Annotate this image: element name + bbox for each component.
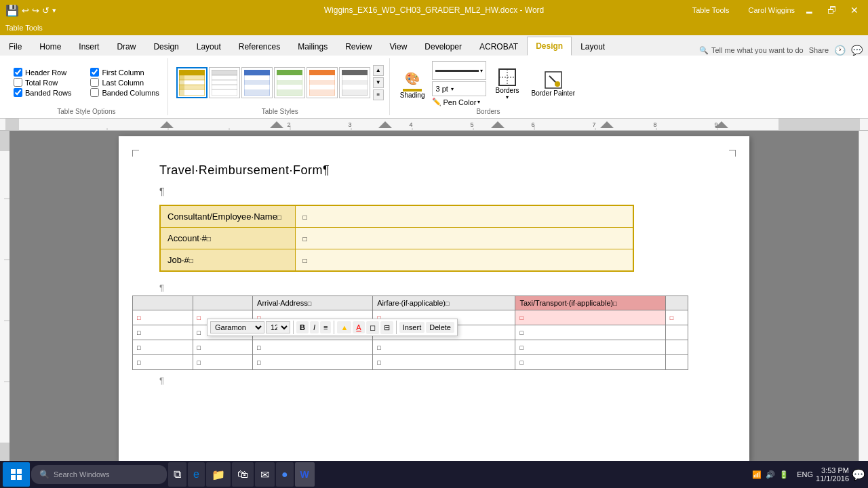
edge-btn[interactable]: e <box>188 462 205 487</box>
close-button[interactable]: ✕ <box>846 3 863 17</box>
search-input[interactable] <box>54 470 159 479</box>
taskview-btn[interactable]: ⧉ <box>168 462 186 487</box>
clock[interactable]: 3:53 PM 11/1/2016 <box>816 466 849 483</box>
style-more[interactable]: ≡ <box>373 89 384 100</box>
data-cell[interactable] <box>133 296 193 310</box>
customize-btn[interactable]: ▾ <box>52 6 56 15</box>
data-cell[interactable]: □ <box>665 310 688 325</box>
store-btn[interactable]: 🛍 <box>232 462 254 487</box>
network-icon[interactable]: 📶 <box>752 470 762 479</box>
shading-mini-button[interactable]: ◻ <box>366 321 379 334</box>
border-painter-button[interactable]: Border Painter <box>528 68 578 99</box>
shading-button[interactable]: 🎨 Shading <box>398 67 427 101</box>
banded-columns-option[interactable]: Banded Columns <box>90 88 159 97</box>
style-scroll-down[interactable]: ▼ <box>373 77 384 88</box>
font-size-selector[interactable]: 12 <box>266 321 290 333</box>
data-cell[interactable]: □ <box>253 340 373 355</box>
borders-button[interactable]: Borders ▾ <box>492 66 522 102</box>
italic-button[interactable]: I <box>310 321 319 333</box>
document-scroll[interactable]: Travel·Reimbursement·Form¶ ¶ Consultant/… <box>9 131 859 463</box>
data-cell[interactable]: □ <box>515 355 665 370</box>
tab-developer[interactable]: Developer <box>416 37 471 56</box>
history-icon[interactable]: 🕐 <box>834 45 846 56</box>
first-column-checkbox[interactable] <box>90 68 99 77</box>
font-selector[interactable]: Garamon <box>210 321 264 333</box>
font-color-button[interactable]: A <box>353 321 364 333</box>
autosave-btn[interactable]: ↺ <box>42 5 50 16</box>
header-airfare[interactable]: Airfare·(if·applicable)□ <box>373 296 515 310</box>
tab-review[interactable]: Review <box>336 37 380 56</box>
data-cell[interactable]: □ <box>373 355 515 370</box>
start-button[interactable] <box>3 462 30 487</box>
minimize-button[interactable]: 🗕 <box>800 3 818 17</box>
restore-button[interactable]: 🗗 <box>823 3 841 17</box>
data-cell[interactable] <box>665 325 688 340</box>
mail-btn[interactable]: ✉ <box>255 462 275 487</box>
pt-selector[interactable]: 3 pt ▾ <box>432 81 486 96</box>
comments-icon[interactable]: 💬 <box>851 45 863 56</box>
data-cell[interactable]: □ <box>253 355 373 370</box>
header-taxi[interactable]: Taxi/Transport·(if·applicable)□ <box>515 296 665 310</box>
data-cell[interactable] <box>665 355 688 370</box>
language-indicator[interactable]: ENG <box>797 470 813 479</box>
tab-mailings[interactable]: Mailings <box>289 37 336 56</box>
tab-insert[interactable]: Insert <box>70 37 108 56</box>
explorer-btn[interactable]: 📁 <box>206 462 231 487</box>
value-cell-job[interactable]: □ <box>296 249 633 272</box>
tell-me[interactable]: 🔍 Tell me what you want to do <box>699 46 804 55</box>
tab-layout[interactable]: Layout <box>188 37 230 56</box>
table-style-5[interactable] <box>307 67 338 98</box>
tab-draw[interactable]: Draw <box>108 37 144 56</box>
tab-references[interactable]: References <box>230 37 289 56</box>
chrome-btn[interactable]: ● <box>276 462 294 487</box>
banded-rows-option[interactable]: Banded Rows <box>14 88 82 97</box>
data-cell[interactable]: □ <box>133 325 193 340</box>
style-scroll-up[interactable]: ▲ <box>373 65 384 76</box>
highlight-button[interactable]: ▲ <box>337 321 351 333</box>
table-style-6[interactable] <box>339 67 370 98</box>
volume-icon[interactable]: 🔊 <box>766 470 775 479</box>
borders-mini-button[interactable]: ⊟ <box>380 321 393 334</box>
align-button[interactable]: ≡ <box>320 321 331 333</box>
document-heading[interactable]: Travel·Reimbursement·Form¶ <box>159 163 709 178</box>
first-column-option[interactable]: First Column <box>90 68 159 77</box>
data-cell[interactable]: □ <box>515 310 665 325</box>
total-row-option[interactable]: Total Row <box>14 78 82 87</box>
total-row-checkbox[interactable] <box>14 78 22 87</box>
share-btn[interactable]: Share <box>809 46 829 54</box>
data-cell[interactable] <box>665 296 688 310</box>
value-cell-name[interactable]: □ <box>296 205 633 228</box>
value-cell-account[interactable]: □ <box>296 228 633 249</box>
tab-design[interactable]: Design <box>144 37 187 56</box>
tab-table-design[interactable]: Design <box>527 37 572 56</box>
table-style-2[interactable] <box>209 67 240 98</box>
banded-columns-checkbox[interactable] <box>90 88 99 97</box>
label-cell-account[interactable]: Account·#□ <box>160 228 296 249</box>
tab-file[interactable]: File <box>0 37 31 56</box>
label-cell-name[interactable]: Consultant/Employee·Name□ <box>160 205 296 228</box>
tab-acrobat[interactable]: ACROBAT <box>471 37 527 56</box>
last-column-checkbox[interactable] <box>90 78 99 87</box>
data-cell[interactable]: □ <box>133 355 193 370</box>
last-column-option[interactable]: Last Column <box>90 78 159 87</box>
data-cell[interactable]: □ <box>373 340 515 355</box>
tab-home[interactable]: Home <box>31 37 70 56</box>
data-cell[interactable]: □ <box>193 340 253 355</box>
data-cell[interactable]: □ <box>193 355 253 370</box>
tab-table-layout[interactable]: Layout <box>572 37 614 56</box>
search-bar[interactable]: 🔍 <box>31 465 167 484</box>
header-arrival[interactable]: Arrival·Address□ <box>253 296 373 310</box>
action-center-icon[interactable]: 💬 <box>852 468 865 481</box>
data-cell[interactable] <box>665 340 688 355</box>
undo-btn[interactable]: ↩ <box>22 5 29 16</box>
delete-button[interactable]: Delete <box>426 322 454 333</box>
data-cell[interactable]: □ <box>515 340 665 355</box>
redo-btn[interactable]: ↪ <box>32 5 39 16</box>
table-style-4[interactable] <box>274 67 305 98</box>
bold-button[interactable]: B <box>296 321 309 333</box>
border-style-selector[interactable]: ▾ <box>432 61 486 80</box>
tab-view[interactable]: View <box>381 37 416 56</box>
label-cell-job[interactable]: Job·#□ <box>160 249 296 272</box>
banded-rows-checkbox[interactable] <box>14 88 22 97</box>
header-row-option[interactable]: Header Row <box>14 68 82 77</box>
